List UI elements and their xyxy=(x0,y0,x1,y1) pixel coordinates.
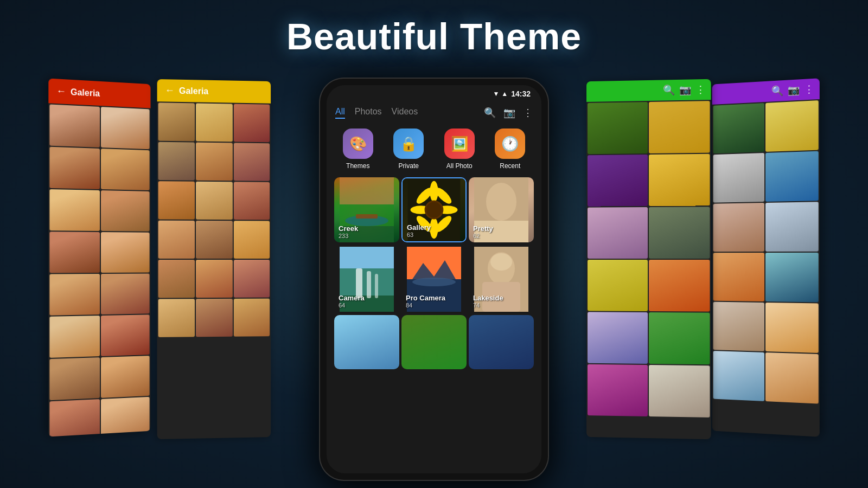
lakeside-name: Lakeside xyxy=(473,294,503,302)
small-item xyxy=(158,260,195,298)
camera-icon[interactable]: 📷 xyxy=(503,107,515,119)
search-icon-green: 🔍 xyxy=(663,84,675,96)
tab-photos[interactable]: Photos xyxy=(355,107,382,119)
gallery-count: 63 xyxy=(407,232,431,238)
small-item xyxy=(233,143,270,181)
nature-item xyxy=(588,312,648,364)
search-icon[interactable]: 🔍 xyxy=(484,107,496,119)
animal-item xyxy=(765,202,819,252)
svg-point-34 xyxy=(490,253,512,271)
phone: ▼ ▲ 14:32 All Photos Videos 🔍 📷 ⋮ xyxy=(320,79,548,480)
small-item xyxy=(233,260,270,298)
portrait-item xyxy=(101,190,150,232)
svg-rect-21 xyxy=(340,247,394,268)
procamera-info: Pro Camera 84 xyxy=(406,294,445,309)
creek-name: Creek xyxy=(339,224,358,233)
small-item xyxy=(158,102,195,141)
procamera-name: Pro Camera xyxy=(406,294,445,302)
private-icon-box: 🔒 xyxy=(393,129,424,159)
signal-icon: ▲ xyxy=(501,90,508,98)
tab-videos[interactable]: Videos xyxy=(392,107,418,119)
portrait-item xyxy=(49,147,100,189)
portrait-item xyxy=(49,357,100,400)
phone-screen: ▼ ▲ 14:32 All Photos Videos 🔍 📷 ⋮ xyxy=(327,85,541,473)
svg-rect-25 xyxy=(367,271,371,298)
album-extra3[interactable] xyxy=(469,315,534,369)
yellow-header: ← Galeria xyxy=(157,79,271,104)
small-item xyxy=(158,299,195,337)
small-grid-yellow xyxy=(157,101,271,338)
nature-item xyxy=(588,155,648,207)
recent-icon: 🕐 xyxy=(501,136,519,152)
search-icon-purple: 🔍 xyxy=(771,85,783,97)
nature-item xyxy=(649,365,710,418)
album-extra2[interactable] xyxy=(401,315,467,369)
wifi-icon: ▼ xyxy=(493,90,499,98)
album-lakeside[interactable]: Lakeside 74 xyxy=(469,247,534,312)
svg-rect-28 xyxy=(407,247,461,279)
themes-icon: 🎨 xyxy=(349,136,367,152)
left-panel-red: ← Galeria xyxy=(48,79,150,437)
quick-allphoto[interactable]: 🖼️ All Photo xyxy=(436,129,483,170)
quick-themes[interactable]: 🎨 Themes xyxy=(334,129,382,170)
more-icon[interactable]: ⋮ xyxy=(523,107,533,119)
svg-rect-4 xyxy=(356,214,378,219)
pretty-info: Pretty 62 xyxy=(473,224,493,239)
nature-item xyxy=(649,260,710,312)
main-title: Beautiful Theme xyxy=(286,15,582,57)
nature-item xyxy=(649,101,710,153)
creek-info: Creek 233 xyxy=(339,224,358,239)
nature-item xyxy=(588,260,648,311)
private-label: Private xyxy=(399,162,419,170)
recent-icon-box: 🕐 xyxy=(495,129,525,159)
svg-rect-0 xyxy=(340,177,394,204)
portrait-item xyxy=(49,104,100,147)
album-pretty[interactable]: Pretty 62 xyxy=(469,177,534,242)
album-creek[interactable]: Creek 233 xyxy=(334,177,399,242)
portrait-item xyxy=(101,107,150,149)
themes-icon-box: 🎨 xyxy=(343,129,373,159)
camera-name: Camera xyxy=(339,294,365,302)
album-camera[interactable]: Camera 64 xyxy=(334,247,399,312)
more-icon-green: ⋮ xyxy=(695,84,705,95)
svg-point-31 xyxy=(412,278,456,286)
pretty-count: 62 xyxy=(473,233,493,239)
portrait-item xyxy=(49,274,100,316)
small-item xyxy=(158,181,195,220)
svg-rect-26 xyxy=(375,274,378,298)
album-procamera[interactable]: Pro Camera 84 xyxy=(401,247,467,312)
small-item xyxy=(158,221,195,259)
small-item xyxy=(196,182,232,220)
quick-private[interactable]: 🔒 Private xyxy=(385,129,433,170)
private-icon: 🔒 xyxy=(400,136,417,152)
extra3-bg xyxy=(469,315,534,369)
nav-icons: 🔍 📷 ⋮ xyxy=(484,107,533,119)
small-item xyxy=(233,221,270,259)
extra2-bg xyxy=(401,315,467,369)
portrait-item xyxy=(101,397,150,437)
nature-item xyxy=(588,102,648,154)
small-item xyxy=(196,221,232,259)
animal-item xyxy=(713,153,764,203)
animal-item xyxy=(713,103,764,153)
red-panel-title: Galeria xyxy=(71,87,100,98)
nature-grid-green xyxy=(586,100,711,419)
photo-grid-row3 xyxy=(327,314,541,371)
nature-item xyxy=(649,154,710,206)
album-extra1[interactable] xyxy=(334,315,399,369)
animal-item xyxy=(765,253,819,303)
nature-item xyxy=(588,364,648,416)
album-gallery[interactable]: Gallery 63 xyxy=(401,177,467,242)
animal-item xyxy=(713,351,764,401)
status-time: 14:32 xyxy=(511,89,531,98)
animal-item xyxy=(765,100,819,152)
status-bar: ▼ ▲ 14:32 xyxy=(327,85,541,102)
tab-all[interactable]: All xyxy=(335,107,345,119)
portrait-item xyxy=(101,232,150,273)
portrait-item xyxy=(101,356,150,398)
animal-item xyxy=(713,203,764,252)
back-icon-red: ← xyxy=(56,86,66,98)
small-item xyxy=(196,143,232,181)
small-item xyxy=(196,299,232,337)
quick-recent[interactable]: 🕐 Recent xyxy=(487,129,534,170)
